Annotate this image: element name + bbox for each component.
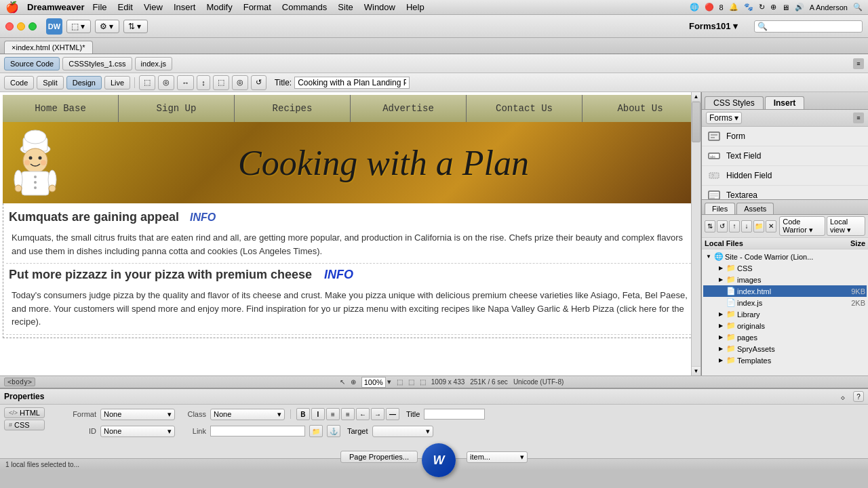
props-css-btn[interactable]: # CSS [4,420,45,430]
tab-assets[interactable]: Assets [736,203,774,214]
code-view-btn[interactable]: Code [4,76,34,89]
title-input[interactable] [294,77,410,89]
index-js-tab[interactable]: index.js [135,57,172,70]
files-down-btn[interactable]: ↓ [741,220,752,232]
nav-about[interactable]: About Us [583,95,698,122]
menu-file[interactable]: File [87,2,113,12]
indent-out-btn[interactable]: ← [356,408,370,420]
files-refresh-btn[interactable]: ↺ [717,220,728,232]
insert-form[interactable]: Form [702,127,868,146]
editor-scrollbar[interactable]: ▲ ▼ [691,92,701,375]
scroll-down-btn[interactable]: ▼ [692,366,701,375]
scroll-up-btn[interactable]: ▲ [692,92,701,102]
tree-index-html[interactable]: 📄 index.html 9KB [703,285,867,297]
tab-insert[interactable]: Insert [765,96,805,109]
bold-btn[interactable]: B [296,408,310,420]
tab-index-html[interactable]: × index.html (XHTML)* [4,41,93,54]
files-sync-btn[interactable]: ⇅ [705,220,715,232]
panel-filter-icon[interactable]: ≡ [853,58,864,69]
site-dropdown[interactable]: Code Warrior ▾ [779,216,825,236]
tree-spryassets[interactable]: ▶ 📁 SpryAssets [703,343,867,354]
zoom-down-icon[interactable]: ▾ [387,378,391,386]
live-view-btn[interactable]: Live [104,76,130,89]
files-delete-btn[interactable]: ✕ [766,220,776,232]
props-expand-btn[interactable]: ⬦ [838,392,848,401]
nav-contact[interactable]: Contact Us [467,95,583,122]
tree-index-js[interactable]: 📄 index.js 2KB [703,297,867,308]
format-select[interactable]: None ▾ [100,409,175,420]
preview-btn[interactable]: ◎ [158,75,174,90]
css-styles-tab[interactable]: CSSStyles_1.css [62,57,132,70]
tree-site[interactable]: ▼ 🌐 Site - Code Warrior (Lion... [703,251,867,262]
files-new-folder-btn[interactable]: 📁 [753,220,764,232]
menu-site[interactable]: Site [332,2,358,12]
tree-originals[interactable]: ▶ 📁 originals [703,320,867,331]
props-help-btn[interactable]: ? [853,391,864,402]
tree-css[interactable]: ▶ 📁 CSS [703,262,867,274]
tab-css-styles[interactable]: CSS Styles [705,96,764,109]
nav-advertise[interactable]: Advertise [351,95,467,122]
tree-templates[interactable]: ▶ 📁 Templates [703,354,867,366]
design-view-btn[interactable]: Design [66,76,102,89]
menu-insert[interactable]: Insert [168,2,201,12]
props-html-btn[interactable]: </> HTML [4,407,45,418]
menu-modify[interactable]: Modify [201,2,237,12]
tree-images[interactable]: ▶ 📁 images [703,274,867,285]
close-button[interactable] [5,22,14,30]
ul-btn[interactable]: ≡ [326,408,340,420]
file-mgmt-btn[interactable]: ⬚ [139,75,155,90]
link-input[interactable] [210,426,305,436]
refresh-btn[interactable]: ↺ [251,75,267,90]
menu-format[interactable]: Format [238,2,277,12]
share-dropdown[interactable]: ⇅ ▾ [123,20,148,33]
page-properties-btn[interactable]: Page Properties... [340,451,418,463]
rule-btn[interactable]: — [386,408,399,420]
validate-btn[interactable]: ◎ [232,75,248,90]
tab-files[interactable]: Files [705,203,735,214]
panel-filter-btn[interactable]: ≡ [853,113,864,123]
source-code-tab[interactable]: Source Code [4,57,60,70]
tree-pages[interactable]: ▶ 📁 pages [703,331,867,343]
indent-in-btn[interactable]: → [371,408,384,420]
insert-hidden[interactable]: ? Hidden Field [702,166,868,186]
menu-edit[interactable]: Edit [113,2,138,12]
italic-btn[interactable]: I [311,408,325,420]
maximize-button[interactable] [28,22,37,30]
item-dropdown[interactable]: item...▾ [467,451,528,463]
insert-textarea[interactable]: Textarea [702,186,868,199]
view-dropdown[interactable]: Local view ▾ [827,216,865,236]
nav-recipes[interactable]: Recipes [235,95,351,122]
nav-signup[interactable]: Sign Up [119,95,235,122]
tree-library[interactable]: ▶ 📁 Library [703,308,867,320]
target-select[interactable]: ▾ [372,426,433,437]
forms-dropdown[interactable]: Forms ▾ [706,112,742,124]
settings-dropdown[interactable]: ⚙ ▾ [95,20,119,33]
search-icon[interactable]: 🔍 [853,3,863,12]
menu-view[interactable]: View [138,2,168,12]
nav-home[interactable]: Home Base [3,95,119,122]
title-value-input[interactable] [424,409,485,420]
layout-dropdown[interactable]: ⬚ ▾ [66,20,91,33]
apple-menu[interactable]: 🍎 [5,1,19,14]
menu-help[interactable]: Help [401,2,430,12]
editor-scroll[interactable]: Home Base Sign Up Recipes Advertise Cont… [0,92,701,375]
inspect-btn[interactable]: ↕ [197,75,210,90]
sync-btn[interactable]: ⬚ [213,75,229,90]
class-select[interactable]: None ▾ [210,409,285,420]
files-up-btn[interactable]: ↑ [729,220,740,232]
search-bar[interactable]: 🔍 [754,20,863,33]
live-code-btn[interactable]: ↔ [177,75,194,90]
tag-indicator[interactable]: <body> [4,378,35,386]
link-folder-btn[interactable]: 📁 [309,425,323,437]
minimize-button[interactable] [17,22,25,30]
id-select[interactable]: None ▾ [100,426,175,437]
insert-textfield[interactable]: abc Text Field [702,146,868,166]
menu-commands[interactable]: Commands [277,2,332,12]
link-anchor-btn[interactable]: ⚓ [327,425,340,437]
zoom-input[interactable] [361,377,386,388]
tree-indexhtml-name: index.html [737,287,830,296]
split-view-btn[interactable]: Split [37,76,63,89]
scroll-thumb[interactable] [692,102,701,142]
menu-window[interactable]: Window [359,2,401,12]
ol-btn[interactable]: ≡ [341,408,355,420]
